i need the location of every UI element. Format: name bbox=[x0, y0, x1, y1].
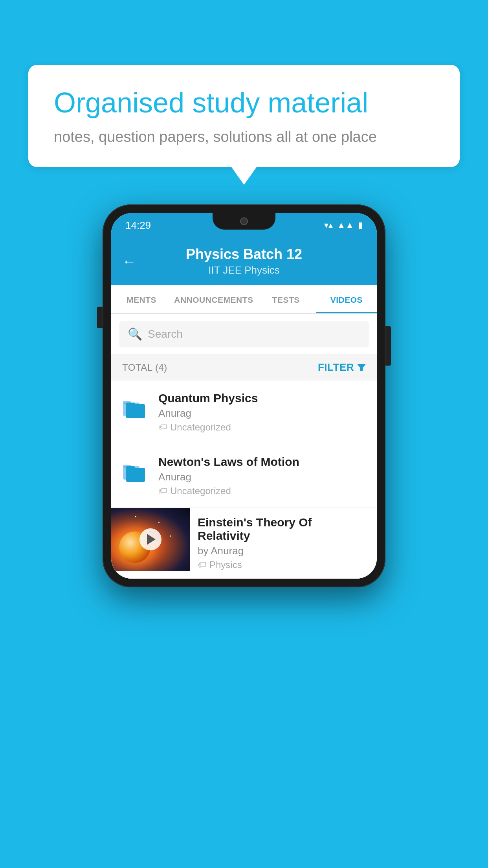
folder-icon bbox=[119, 393, 150, 425]
video-info: Einstein's Theory Of Relativity by Anura… bbox=[190, 508, 367, 578]
video-title: Quantum Physics bbox=[158, 392, 367, 405]
video-thumbnail bbox=[111, 508, 190, 571]
star-decoration bbox=[158, 522, 160, 523]
tab-announcements[interactable]: ANNOUNCEMENTS bbox=[172, 285, 255, 313]
speech-bubble-arrow bbox=[231, 167, 257, 185]
video-author: by Anurag bbox=[198, 545, 367, 557]
play-button[interactable] bbox=[139, 528, 161, 550]
tag-icon: 🏷 bbox=[158, 422, 167, 432]
camera-dot bbox=[240, 217, 248, 225]
signal-icon: ▲▲ bbox=[337, 220, 354, 230]
tag-icon: 🏷 bbox=[198, 560, 206, 570]
wifi-icon: ▾▴ bbox=[324, 220, 333, 230]
svg-rect-8 bbox=[126, 466, 135, 470]
play-triangle-icon bbox=[147, 534, 156, 545]
video-info: Quantum Physics Anurag 🏷 Uncategorized bbox=[158, 392, 367, 433]
header-subtitle: IIT JEE Physics bbox=[208, 264, 280, 276]
list-item[interactable]: Newton's Laws of Motion Anurag 🏷 Uncateg… bbox=[111, 444, 377, 508]
svg-rect-7 bbox=[126, 468, 145, 482]
filter-icon bbox=[357, 363, 366, 372]
phone-mockup: 14:29 ▾▴ ▲▲ ▮ ← Physics Batch 12 IIT JEE… bbox=[103, 204, 385, 587]
video-author: Anurag bbox=[158, 407, 367, 419]
folder-icon bbox=[119, 457, 150, 488]
tab-tests[interactable]: TESTS bbox=[256, 285, 316, 313]
svg-rect-3 bbox=[126, 404, 145, 418]
tab-ments[interactable]: MENTS bbox=[111, 285, 172, 313]
total-label: TOTAL (4) bbox=[122, 362, 167, 373]
search-placeholder: Search bbox=[148, 328, 183, 340]
star-decoration bbox=[170, 535, 171, 537]
notch bbox=[213, 213, 275, 230]
filter-button[interactable]: FILTER bbox=[318, 361, 366, 373]
video-title: Newton's Laws of Motion bbox=[158, 455, 367, 469]
speech-bubble: Organised study material notes, question… bbox=[28, 65, 460, 167]
status-time: 14:29 bbox=[125, 219, 151, 232]
video-list: Quantum Physics Anurag 🏷 Uncategorized bbox=[111, 381, 377, 579]
video-tag: 🏷 Uncategorized bbox=[158, 422, 367, 433]
phone-outer: 14:29 ▾▴ ▲▲ ▮ ← Physics Batch 12 IIT JEE… bbox=[103, 204, 385, 587]
video-tag: 🏷 Physics bbox=[198, 559, 367, 570]
search-bar-wrap: 🔍 Search bbox=[111, 314, 377, 354]
status-bar: 14:29 ▾▴ ▲▲ ▮ bbox=[111, 213, 377, 237]
tabs-bar: MENTS ANNOUNCEMENTS TESTS VIDEOS bbox=[111, 285, 377, 314]
speech-bubble-section: Organised study material notes, question… bbox=[28, 65, 460, 185]
phone-inner: 14:29 ▾▴ ▲▲ ▮ ← Physics Batch 12 IIT JEE… bbox=[111, 213, 377, 579]
header-title: Physics Batch 12 bbox=[186, 246, 302, 263]
svg-marker-0 bbox=[357, 364, 366, 371]
tag-icon: 🏷 bbox=[158, 486, 167, 496]
app-header: ← Physics Batch 12 IIT JEE Physics bbox=[111, 237, 377, 285]
video-info: Newton's Laws of Motion Anurag 🏷 Uncateg… bbox=[158, 455, 367, 497]
status-icons: ▾▴ ▲▲ ▮ bbox=[324, 220, 363, 230]
list-item[interactable]: Einstein's Theory Of Relativity by Anura… bbox=[111, 508, 377, 579]
video-title: Einstein's Theory Of Relativity bbox=[198, 516, 367, 542]
video-author: Anurag bbox=[158, 471, 367, 483]
list-item[interactable]: Quantum Physics Anurag 🏷 Uncategorized bbox=[111, 381, 377, 444]
bubble-subtitle: notes, question papers, solutions all at… bbox=[54, 129, 434, 145]
star-decoration bbox=[135, 516, 136, 517]
svg-rect-4 bbox=[126, 403, 135, 406]
video-tag: 🏷 Uncategorized bbox=[158, 485, 367, 497]
battery-icon: ▮ bbox=[358, 220, 363, 230]
tab-videos[interactable]: VIDEOS bbox=[316, 285, 377, 313]
back-button[interactable]: ← bbox=[122, 253, 136, 270]
search-icon: 🔍 bbox=[128, 327, 142, 341]
filter-bar: TOTAL (4) FILTER bbox=[111, 354, 377, 381]
bubble-title: Organised study material bbox=[54, 86, 434, 119]
search-bar[interactable]: 🔍 Search bbox=[119, 321, 369, 347]
